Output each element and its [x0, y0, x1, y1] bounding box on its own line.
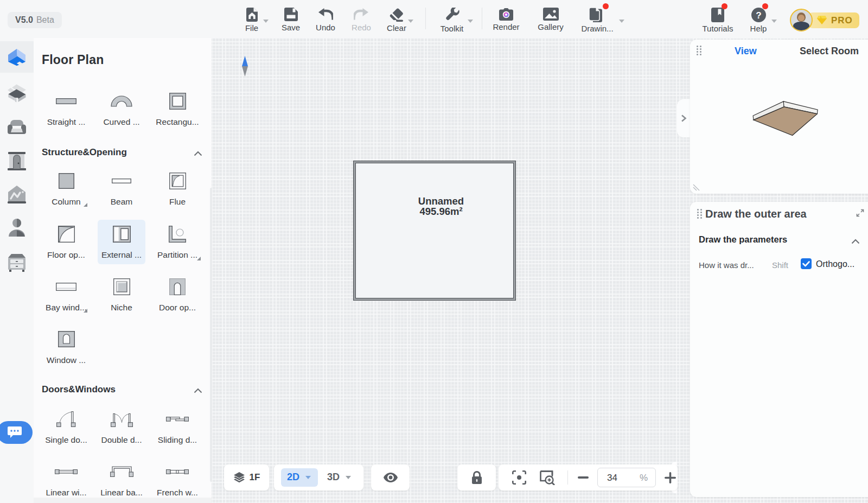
svg-text:?: ? — [756, 10, 761, 21]
